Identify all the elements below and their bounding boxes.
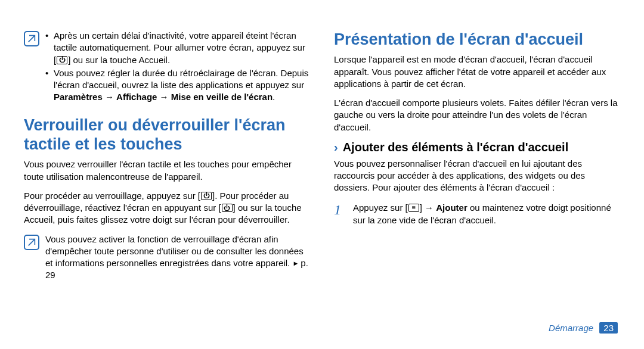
chevron-icon: › <box>334 141 338 154</box>
footer-page-number: 23 <box>599 322 618 334</box>
triangle-icon: ► <box>292 260 301 267</box>
note-1-list: Après un certain délai d'inactivité, vot… <box>45 30 310 105</box>
power-icon <box>57 56 67 64</box>
note-icon <box>24 31 39 46</box>
power-icon <box>222 204 233 212</box>
text: ] ou sur la touche Accueil. <box>68 55 170 65</box>
footer-section: Démarrage <box>549 323 593 333</box>
note1-item-2: Vous pouvez régler la durée du rétroécla… <box>45 67 310 104</box>
text: ] → <box>420 202 436 213</box>
page-footer: Démarrage 23 <box>549 322 618 334</box>
note1-item-1: Après un certain délai d'inactivité, vot… <box>45 30 310 66</box>
paragraph: Vous pouvez personnaliser l'écran d'accu… <box>334 158 620 194</box>
paragraph: Vous pouvez verrouiller l'écran tactile … <box>24 158 310 183</box>
text: . <box>273 92 275 102</box>
text-bold: Ajouter <box>436 202 467 213</box>
arrow: → <box>157 92 171 102</box>
text: Appuyez sur [ <box>353 202 408 213</box>
step-number: 1 <box>334 201 346 226</box>
heading-home: Présentation de l'écran d'accueil <box>334 30 620 49</box>
text: Pour procéder au verrouillage, appuyez s… <box>24 191 200 201</box>
heading-lock: Verrouiller ou déverrouiller l'écran tac… <box>24 116 310 154</box>
note-box-1: Après un certain délai d'inactivité, vot… <box>24 30 310 105</box>
text-bold: Affichage <box>116 92 157 102</box>
text-bold: Paramètres <box>54 92 103 102</box>
note-box-2: Vous pouvez activer la fonction de verro… <box>24 233 310 282</box>
menu-icon <box>408 204 419 212</box>
paragraph: Lorsque l'appareil est en mode d'écran d… <box>334 54 620 90</box>
text-bold: Mise en veille de l'écran <box>171 92 273 102</box>
page-spread: Après un certain délai d'inactivité, vot… <box>0 0 644 349</box>
right-column: Présentation de l'écran d'accueil Lorsqu… <box>334 30 620 325</box>
note-icon <box>24 235 39 250</box>
text: Vous pouvez régler la durée du rétroécla… <box>54 68 308 90</box>
step-1: 1 Appuyez sur [] → Ajouter ou maintenez … <box>334 201 620 226</box>
text: Vous pouvez activer la fonction de verro… <box>45 234 304 269</box>
left-column: Après un certain délai d'inactivité, vot… <box>24 30 310 325</box>
subheading-label: Ajouter des éléments à l'écran d'accueil <box>343 141 569 154</box>
subheading-add-elements: › Ajouter des éléments à l'écran d'accue… <box>334 141 620 154</box>
paragraph: Pour procéder au verrouillage, appuyez s… <box>24 190 310 226</box>
note-2-text: Vous pouvez activer la fonction de verro… <box>45 233 310 282</box>
arrow: → <box>103 92 116 102</box>
step-text: Appuyez sur [] → Ajouter ou maintenez vo… <box>353 201 620 226</box>
power-icon <box>201 192 212 200</box>
paragraph: L'écran d'accueil comporte plusieurs vol… <box>334 97 620 133</box>
